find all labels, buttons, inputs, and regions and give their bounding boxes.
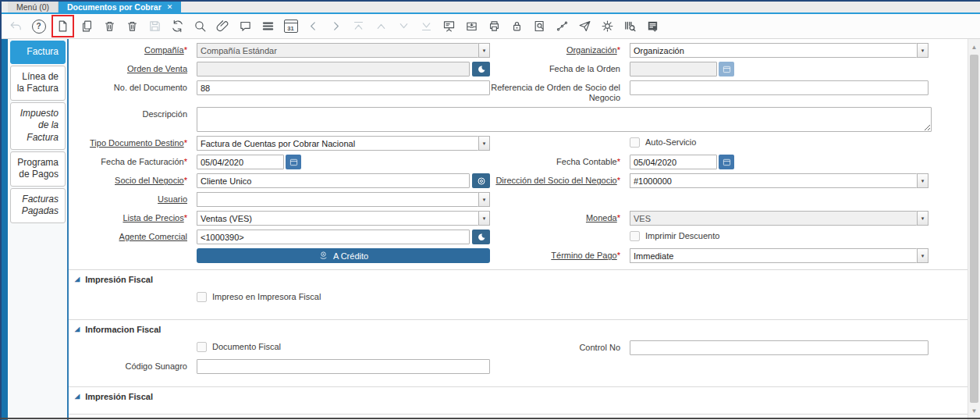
app-window: Menú (0) Documentos por Cobrar ✕ ? (0, 0, 980, 420)
delete-record-icon[interactable] (102, 18, 117, 34)
direccion-socio-value[interactable] (630, 173, 917, 188)
auto-servicio-checkbox[interactable] (630, 137, 640, 148)
new-record-icon[interactable] (55, 18, 70, 34)
fecha-de-facturacion-field[interactable] (197, 155, 284, 169)
fecha-de-la-orden-field (630, 62, 717, 77)
combo-arrow-icon[interactable]: ▾ (478, 136, 490, 151)
section-informacion-fiscal-1: ◢ Informacion Fiscal Documento Fiscal Co… (69, 319, 968, 380)
socio-del-negocio-info-button[interactable] (472, 173, 490, 188)
agente-comercial-field[interactable] (197, 230, 470, 244)
report-icon[interactable] (442, 18, 456, 34)
find-icon[interactable] (193, 18, 208, 34)
section-impresion-fiscal-1-header[interactable]: ◢ Impresión Fiscal (69, 272, 968, 287)
agente-comercial-zoom-button[interactable] (472, 230, 490, 244)
auto-servicio-spacer (490, 136, 630, 138)
moneda-label: Moneda* (490, 211, 630, 223)
descripcion-textarea[interactable] (197, 107, 932, 132)
combo-arrow-icon[interactable]: ▾ (917, 173, 929, 188)
copy-record-icon[interactable] (80, 18, 94, 34)
lista-de-precios-value[interactable] (197, 211, 478, 226)
codigo-sunagro-label: Código Sunagro (69, 359, 197, 372)
sidebar-item-impuesto-de-la-factura[interactable]: Impuesto de la Factura (10, 102, 66, 150)
archive-icon[interactable] (464, 18, 479, 34)
tipo-documento-destino-label: Tipo Documento Destino* (69, 136, 197, 148)
codigo-sunagro-field[interactable] (197, 359, 490, 374)
section-impresion-fiscal-2-header[interactable]: ◢ Impresión Fiscal (69, 389, 968, 404)
no-del-documento-field[interactable] (197, 80, 490, 95)
help-icon[interactable]: ? (31, 18, 46, 34)
direccion-socio-label: Dirección del Socio del Negocio* (490, 173, 630, 186)
combo-arrow-icon[interactable]: ▾ (478, 192, 490, 207)
organizacion-value[interactable] (630, 43, 917, 58)
referencia-field[interactable] (630, 80, 929, 95)
compania-combobox[interactable]: ▾ (197, 43, 490, 58)
usuario-combobox[interactable]: ▾ (197, 192, 490, 207)
a-credito-spacer (69, 248, 197, 251)
calendar-icon[interactable]: 31 (283, 18, 298, 34)
termino-de-pago-combobox[interactable]: ▾ (630, 248, 929, 263)
refresh-icon[interactable] (170, 18, 185, 34)
socio-del-negocio-field[interactable] (197, 173, 470, 188)
info-panel-icon[interactable] (645, 18, 660, 34)
direccion-socio-combobox[interactable]: ▾ (630, 173, 929, 188)
attachment-icon[interactable] (215, 18, 230, 34)
compania-value[interactable] (197, 43, 478, 58)
imprimir-descuento-checkbox[interactable] (630, 231, 640, 241)
sidebar-item-linea-de-la-factura[interactable]: Línea de la Factura (10, 66, 66, 101)
lista-de-precios-label: Lista de Precios* (69, 211, 197, 223)
sidebar-item-facturas-pagadas[interactable]: Facturas Pagadas (10, 188, 66, 223)
a-credito-button[interactable]: A Crédito (197, 248, 490, 263)
fecha-de-la-orden-calendar-icon (719, 62, 734, 77)
combo-arrow-icon[interactable]: ▾ (478, 211, 490, 226)
section-title: Impresión Fiscal (85, 392, 153, 401)
impreso-en-impresora-fiscal-label: Impreso en Impresora Fiscal (212, 290, 321, 301)
tab-menu[interactable]: Menú (0) (8, 2, 59, 12)
preference-gear-icon[interactable] (600, 18, 615, 34)
lock-icon[interactable] (510, 18, 524, 34)
combo-arrow-icon[interactable]: ▾ (917, 248, 929, 263)
product-info-icon[interactable] (623, 18, 637, 34)
fecha-de-facturacion-calendar-icon[interactable] (286, 155, 301, 169)
termino-de-pago-value[interactable] (630, 248, 917, 263)
organizacion-combobox[interactable]: ▾ (630, 43, 929, 58)
lista-de-precios-combobox[interactable]: ▾ (197, 211, 490, 226)
scrollbar-thumb[interactable] (970, 55, 978, 403)
first-record-icon (351, 18, 366, 34)
scroll-up-icon[interactable]: ▲ (968, 41, 980, 53)
control-no-field[interactable] (630, 340, 929, 355)
auto-servicio-label: Auto-Servicio (645, 136, 696, 147)
sidebar-item-programa-de-pagos[interactable]: Programa de Pagos (10, 151, 66, 187)
section-informacion-fiscal-1-header[interactable]: ◢ Informacion Fiscal (69, 322, 968, 337)
window-left-edge (0, 0, 2, 420)
tab-menu-label: Menú (0) (16, 2, 49, 12)
combo-arrow-icon[interactable]: ▾ (917, 43, 929, 58)
print-preview-icon[interactable] (532, 18, 547, 34)
parent-record-icon (374, 18, 389, 34)
chat-icon[interactable] (238, 18, 253, 34)
tipo-documento-destino-combobox[interactable]: ▾ (197, 136, 490, 151)
tipo-documento-destino-value[interactable] (197, 136, 478, 151)
orden-de-venta-zoom-button[interactable] (472, 62, 490, 77)
sidebar-item-factura[interactable]: Factura (10, 41, 66, 64)
workflow-icon[interactable] (555, 18, 570, 34)
fecha-de-facturacion-label: Fecha de Facturación* (69, 155, 197, 167)
documento-fiscal-checkbox[interactable] (197, 342, 207, 352)
request-icon[interactable] (577, 18, 592, 34)
scroll-down-icon[interactable]: ▼ (968, 404, 980, 417)
print-icon[interactable] (487, 18, 502, 34)
combo-arrow-icon[interactable]: ▾ (478, 43, 490, 58)
tab-close-icon[interactable]: ✕ (167, 3, 173, 11)
fecha-contable-field[interactable] (630, 155, 717, 169)
vertical-scrollbar[interactable]: ▲ ▼ (968, 39, 980, 420)
delete-selection-icon[interactable] (125, 18, 140, 34)
usuario-value[interactable] (197, 192, 478, 207)
compania-label: Compañía* (69, 43, 197, 55)
tab-documentos-por-cobrar[interactable]: Documentos por Cobrar ✕ (59, 2, 181, 12)
impreso-en-impresora-fiscal-checkbox[interactable] (197, 292, 207, 302)
collapse-arrow-icon: ◢ (75, 393, 80, 400)
orden-de-venta-field (197, 62, 470, 77)
fecha-contable-calendar-icon[interactable] (719, 155, 734, 169)
next-record-icon (328, 18, 343, 34)
toggle-grid-icon[interactable] (261, 18, 275, 34)
fecha-contable-label: Fecha Contable* (490, 155, 630, 167)
